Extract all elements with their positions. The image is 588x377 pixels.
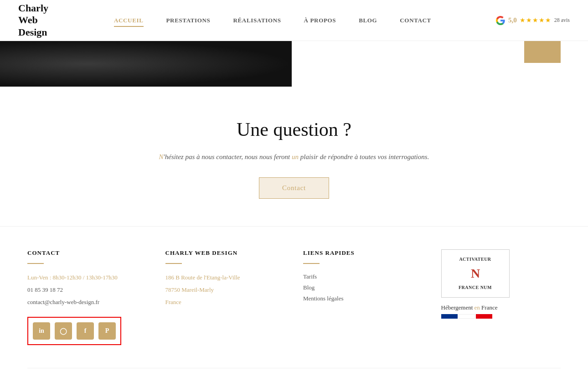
footer-address3: France	[165, 298, 285, 307]
footer-badge-col: ACTIVATEUR N FRANCE NUM Hébergement en F…	[441, 249, 561, 345]
question-title: Une question ?	[18, 119, 570, 140]
logo[interactable]: Charly Web Design	[18, 2, 77, 38]
subtitle-un: un	[292, 153, 299, 160]
hero-cta-button[interactable]	[524, 41, 561, 63]
social-icons-container: in ◯ f P	[27, 317, 121, 345]
footer: CONTACT Lun-Ven : 8h30-12h30 / 13h30-17h…	[0, 226, 588, 377]
subtitle-n: N	[159, 153, 164, 160]
flag-white	[459, 314, 475, 319]
footer-address1: 186 B Route de l'Etang-la-Ville	[165, 273, 285, 283]
nav-item-realisations[interactable]: RÉALISATIONS	[233, 17, 281, 24]
footer-email: contact@charly-web-design.fr	[27, 298, 147, 307]
hebergement-en: en	[475, 304, 480, 311]
facebook-icon[interactable]: f	[77, 322, 94, 340]
footer-links-title: LIENS RAPIDES	[303, 249, 423, 257]
google-score: 5,0	[508, 16, 517, 24]
footer-contact-title: CONTACT	[27, 249, 147, 257]
footer-phone: 01 85 39 18 72	[27, 285, 147, 295]
footer-link-mentions[interactable]: Mentions légales	[303, 295, 423, 302]
hebergement-text: Hébergement en France	[441, 304, 561, 311]
question-subtitle: N'hésitez pas à nous contacter, nous nou…	[18, 153, 570, 161]
footer-links-underline	[303, 263, 320, 264]
footer-contact-underline	[27, 263, 44, 264]
instagram-icon[interactable]: ◯	[55, 322, 72, 340]
footer-company-col: CHARLY WEB DESIGN 186 B Route de l'Etang…	[165, 249, 285, 345]
footer-company-underline	[165, 263, 182, 264]
footer-hours: Lun-Ven : 8h30-12h30 / 13h30-17h30	[27, 273, 147, 283]
france-num-badge: ACTIVATEUR N FRANCE NUM	[441, 249, 510, 298]
nav-item-blog[interactable]: BLOG	[359, 17, 377, 24]
footer-company-title: CHARLY WEB DESIGN	[165, 249, 285, 257]
footer-bottom: 5,0 ★★★★★ 28 avis Issus de vrais clients…	[27, 368, 561, 377]
hero-section	[0, 41, 588, 87]
flag-blue	[441, 314, 458, 319]
footer-links-col: LIENS RAPIDES Tarifs Blog Mentions légal…	[303, 249, 423, 345]
french-flag	[441, 314, 561, 319]
pinterest-icon[interactable]: P	[98, 322, 116, 340]
nav-item-contact[interactable]: CONTACT	[400, 17, 431, 24]
question-section: Une question ? N'hésitez pas à nous cont…	[0, 87, 588, 226]
contact-button[interactable]: Contact	[259, 177, 329, 199]
badge-n-letter: N	[449, 263, 502, 284]
footer-link-blog[interactable]: Blog	[303, 284, 423, 291]
badge-france-num: FRANCE NUM	[459, 285, 492, 290]
nav-item-apropos[interactable]: À PROPOS	[304, 17, 336, 24]
footer-address2: 78750 Mareil-Marly	[165, 285, 285, 295]
hero-image	[0, 41, 292, 87]
google-stars: ★★★★★	[520, 16, 552, 24]
google-icon	[495, 15, 505, 26]
header: Charly Web Design ACCUEIL PRESTATIONS RÉ…	[0, 0, 588, 41]
footer-link-tarifs[interactable]: Tarifs	[303, 273, 423, 280]
footer-contact-col: CONTACT Lun-Ven : 8h30-12h30 / 13h30-17h…	[27, 249, 147, 345]
flag-red	[476, 314, 492, 319]
nav-item-accueil[interactable]: ACCUEIL	[114, 17, 144, 24]
linkedin-icon[interactable]: in	[33, 322, 50, 340]
badge-activateur-label: ACTIVATEUR	[459, 257, 491, 262]
main-nav: ACCUEIL PRESTATIONS RÉALISATIONS À PROPO…	[114, 17, 495, 24]
google-avis: 28 avis	[554, 17, 570, 24]
footer-grid: CONTACT Lun-Ven : 8h30-12h30 / 13h30-17h…	[27, 249, 561, 345]
google-rating: 5,0 ★★★★★ 28 avis	[495, 15, 570, 26]
nav-item-prestations[interactable]: PRESTATIONS	[166, 17, 211, 24]
